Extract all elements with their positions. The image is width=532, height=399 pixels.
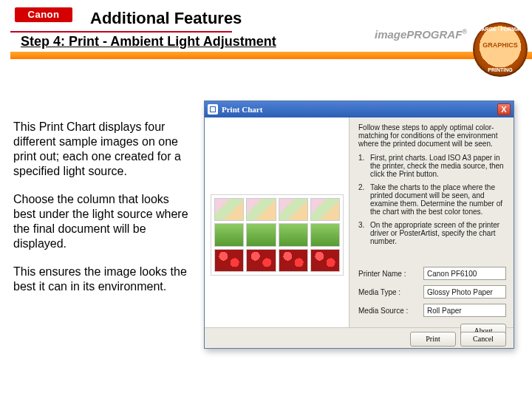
step-item: 2. Take the charts to the place where th… [358,183,506,216]
dialog-titlebar[interactable]: Print Chart X [205,101,514,117]
step-heading: Step 4: Print - Ambient Light Adjustment [21,34,276,50]
dialog-steps-list: 1. First, print charts. Load ISO A3 pape… [358,154,506,250]
rule-orange [10,52,532,59]
close-button[interactable]: X [497,103,511,115]
step-number: 2. [358,183,366,216]
media-type-label: Media Type : [358,288,417,296]
dialog-lead-text: Follow these steps to apply optimal colo… [358,123,506,148]
svg-rect-1 [211,107,215,112]
media-type-select[interactable]: Glossy Photo Paper [423,285,506,299]
printer-name-select[interactable]: Canon PF6100 [423,267,506,280]
sample-cell [214,223,244,246]
step-text: Take the charts to the place where the p… [370,183,506,216]
print-button[interactable]: Print [410,332,456,347]
canon-logo: Canon [15,7,72,22]
step-text: First, print charts. Load ISO A3 paper i… [370,154,506,178]
step-item: 3. On the appropriate screen of the prin… [358,221,506,245]
sample-chart-sheet [211,194,344,276]
sample-cell [279,198,308,221]
print-chart-dialog: Print Chart X Follow these steps to appl… [204,100,514,349]
sample-cell [310,223,340,246]
seal-text-top: LARGE · FORMAT [473,27,528,32]
cancel-button[interactable]: Cancel [460,332,506,347]
sample-cell [279,249,308,272]
step-number: 3. [358,221,366,245]
seal-text-center: GRAPHICS [473,41,528,49]
desc-p2: Choose the column that looks best under … [13,192,194,251]
sample-cell [310,249,340,272]
chart-preview-pane [205,117,349,327]
printer-name-row: Printer Name : Canon PF6100 [358,267,506,280]
step-item: 1. First, print charts. Load ISO A3 pape… [358,154,506,178]
dialog-app-icon [208,104,218,115]
step-text: On the appropriate screen of the printer… [370,221,506,245]
media-type-row: Media Type : Glossy Photo Paper [358,285,506,299]
dialog-title: Print Chart [222,105,497,114]
media-source-select[interactable]: Roll Paper [423,304,506,317]
sample-cell [246,223,276,246]
desc-p1: This Print Chart displays four different… [13,120,194,179]
sample-cell [214,198,244,221]
media-source-label: Media Source : [358,307,417,315]
sample-cell [279,223,308,246]
rule-red [10,31,232,33]
desc-p3: This ensures the image looks the best it… [13,265,194,294]
step-number: 1. [358,154,366,178]
description-column: This Print Chart displays four different… [13,120,194,307]
page-title: Additional Features [90,9,242,28]
sample-cell [246,249,276,272]
sample-cell [246,198,276,221]
brand-imageprograf: imagePROGRAF® [375,28,467,41]
graphics-printing-seal: LARGE · FORMAT GRAPHICS PRINTING [473,22,528,77]
printer-name-label: Printer Name : [358,270,417,278]
sample-cell [214,249,244,272]
sample-cell [310,198,340,221]
dialog-right-pane: Follow these steps to apply optimal colo… [349,117,514,327]
media-source-row: Media Source : Roll Paper [358,304,506,317]
seal-text-bottom: PRINTING [473,67,528,72]
